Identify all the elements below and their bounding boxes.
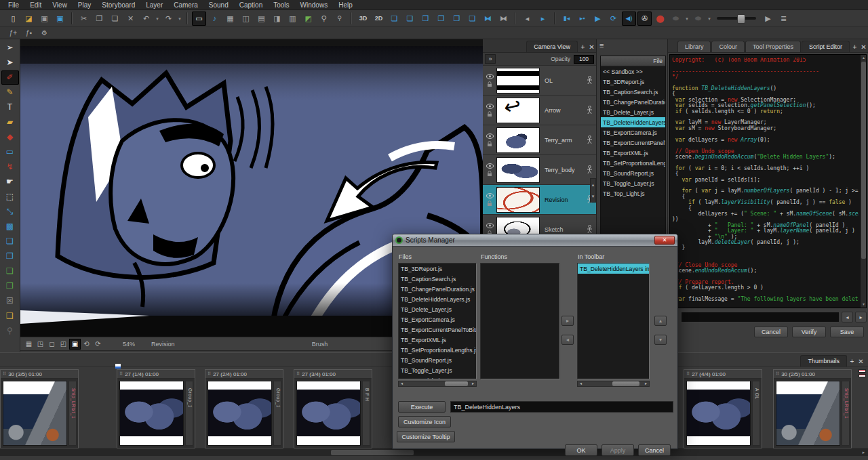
dialog-close-button[interactable]: ✕ <box>654 236 675 245</box>
layer-visibility-icon[interactable] <box>486 223 494 228</box>
layer-name[interactable]: Arrow <box>545 107 587 114</box>
tab-thumbnails[interactable]: Thumbnails <box>800 355 847 367</box>
sound-icon[interactable]: ◀) <box>622 12 636 26</box>
script-file-item[interactable]: TB_CaptionSearch.js <box>601 87 665 97</box>
redo-icon[interactable]: ↷ <box>161 12 176 26</box>
toolbar-list-scrollbar[interactable]: ◂ ▸ <box>577 381 650 387</box>
play-mini-icon[interactable]: ▶ <box>761 12 775 26</box>
overview-icon[interactable]: ▥ <box>285 12 300 26</box>
layer-animate-icon[interactable] <box>587 165 593 174</box>
layer-visibility-icon[interactable] <box>486 74 494 79</box>
find-previous-icon[interactable]: ◂ <box>842 312 853 322</box>
dialog-file-item[interactable]: TB_CaptionSearch.js <box>399 274 476 284</box>
code-editor[interactable]: Copyright: (c) Toon Boom Animation 2015 … <box>669 54 867 308</box>
move-up-button[interactable]: ▴ <box>654 316 667 326</box>
new-script-icon[interactable]: ƒ+ <box>6 28 20 39</box>
scroll-thumb[interactable] <box>612 381 639 386</box>
close-view-icon[interactable]: ✕ <box>859 43 868 52</box>
layer-animate-icon[interactable] <box>587 76 593 85</box>
menu-item[interactable]: Sound <box>203 0 234 10</box>
drag-handle-icon[interactable]: ⠿ <box>208 371 211 377</box>
editor-tab[interactable]: Library <box>677 41 711 52</box>
close-view-icon[interactable]: ✕ <box>587 43 596 52</box>
move-down-button[interactable]: ▾ <box>654 335 667 345</box>
script-action-button[interactable]: Cancel <box>754 327 788 337</box>
drag-handle-icon[interactable]: ⠿ <box>686 371 690 377</box>
close-view-icon[interactable]: ✕ <box>856 357 865 367</box>
dialog-file-item[interactable]: TB_ExportXML.js <box>399 335 476 345</box>
new-panel-before-icon[interactable]: ❏ <box>403 12 417 26</box>
zoom-out-icon[interactable]: ⚲ <box>332 12 347 26</box>
menu-item[interactable]: File <box>3 0 24 10</box>
undo-caret-icon[interactable]: ▾ <box>155 12 160 26</box>
panel-layer-strip[interactable]: Group_1 <box>185 381 193 446</box>
code-scrollbar[interactable]: ▴ ▾ <box>860 55 866 308</box>
execute-button[interactable]: Execute <box>398 401 446 413</box>
add-panel-tool[interactable]: ❏ <box>1 264 19 278</box>
dialog-file-item[interactable]: TB_SetProportionalLengths.js <box>399 345 476 355</box>
script-file-item[interactable]: TB_SoundReport.js <box>601 168 665 178</box>
text-tool[interactable]: T <box>1 100 19 114</box>
layer-name[interactable]: Sketch <box>545 226 587 233</box>
panel-layer-strip[interactable]: B F H <box>362 381 370 446</box>
apply-button[interactable]: Apply <box>601 444 634 456</box>
duplicate-panel-icon[interactable]: ❐ <box>418 12 433 26</box>
add-scene-tool[interactable]: ❐ <box>1 279 19 293</box>
panel-image[interactable] <box>686 381 751 446</box>
script-file-item[interactable]: TB_SetProportionalLength <box>601 158 665 168</box>
script-file-item[interactable]: TB_ExportCurrentPanelToB <box>601 138 665 148</box>
script-search-input[interactable] <box>681 312 840 322</box>
drag-handle-icon[interactable]: ⠿ <box>296 371 300 377</box>
editor-tab[interactable]: Script Editor <box>802 41 850 52</box>
command-input[interactable] <box>450 401 673 413</box>
drag-handle-icon[interactable]: ⠿ <box>3 371 6 377</box>
script-file-item[interactable]: TB_Toggle_Layer.js <box>601 178 665 188</box>
camera-preview-icon[interactable]: ✇ <box>637 12 652 26</box>
save-all-icon[interactable]: ▣ <box>53 12 67 26</box>
lock-panel-tool[interactable]: ❑ <box>1 309 19 323</box>
layer-animate-icon[interactable] <box>587 106 593 114</box>
drag-handle-icon[interactable]: ⠿ <box>776 371 779 377</box>
dialog-titlebar[interactable]: Scripts Manager ✕ <box>393 234 677 247</box>
scroll-thumb[interactable] <box>861 62 866 259</box>
storyboard-panel-thumbnail[interactable]: ⠿ 27 (1/4) 01:00 Group_1 <box>117 369 195 448</box>
timeline-view-icon[interactable]: ◩ <box>301 12 315 26</box>
camera-mask-icon[interactable]: ▣ <box>69 339 81 350</box>
opacity-input[interactable] <box>574 55 594 64</box>
undo-icon[interactable]: ↶ <box>139 12 153 26</box>
Revision[interactable]: Revision <box>483 185 596 215</box>
merge-panel-icon[interactable]: ⧓ <box>496 12 511 26</box>
layer-lock-icon[interactable] <box>487 81 492 87</box>
volume-slider[interactable] <box>717 17 756 20</box>
script-file-item[interactable]: TB_DeleteHiddenLayers.js <box>601 117 665 127</box>
camera-caret-icon[interactable]: ▾ <box>707 12 712 26</box>
scroll-thumb[interactable] <box>331 450 414 455</box>
scroll-up-icon[interactable]: ▴ <box>591 179 595 190</box>
collapse-panel-icon[interactable]: » <box>485 54 496 64</box>
scroll-right-icon[interactable]: ▸ <box>470 381 476 386</box>
split-panel-icon[interactable]: ⧓ <box>481 12 495 26</box>
panel-image[interactable] <box>208 381 272 446</box>
script-file-item[interactable]: TB_ExportCamera.js <box>601 127 665 138</box>
grid-icon[interactable]: ▦ <box>23 339 35 350</box>
sound-track-icon[interactable]: ♪ <box>208 12 222 26</box>
delete-icon[interactable]: ✕ <box>123 12 138 26</box>
panels-tool[interactable]: ❐ <box>1 249 19 264</box>
layer-lock-icon[interactable] <box>487 111 492 117</box>
rotate-3d-icon[interactable]: 3D <box>356 12 370 26</box>
scroll-left-icon[interactable]: ◂ <box>399 381 405 386</box>
loop-icon[interactable]: ⟳ <box>606 12 620 26</box>
menu-item[interactable]: Edit <box>24 0 47 10</box>
layer-name[interactable]: OL <box>545 77 587 84</box>
ok-button[interactable]: OK <box>565 444 597 456</box>
layer-visibility-icon[interactable] <box>486 193 494 198</box>
play-range-icon[interactable]: ▸▪ <box>575 12 589 26</box>
tab-camera-view[interactable]: Camera View <box>526 41 578 52</box>
fields-icon[interactable]: ◰ <box>58 339 69 350</box>
next-panel-icon[interactable]: ▸ <box>536 12 550 26</box>
menu-item[interactable]: Play <box>73 0 96 10</box>
layer-visibility-icon[interactable] <box>486 104 494 109</box>
prev-panel-icon[interactable]: ◂ <box>520 12 534 26</box>
zoom-in-icon[interactable]: ⚲ <box>317 12 331 26</box>
layer-animate-icon[interactable] <box>587 135 593 144</box>
